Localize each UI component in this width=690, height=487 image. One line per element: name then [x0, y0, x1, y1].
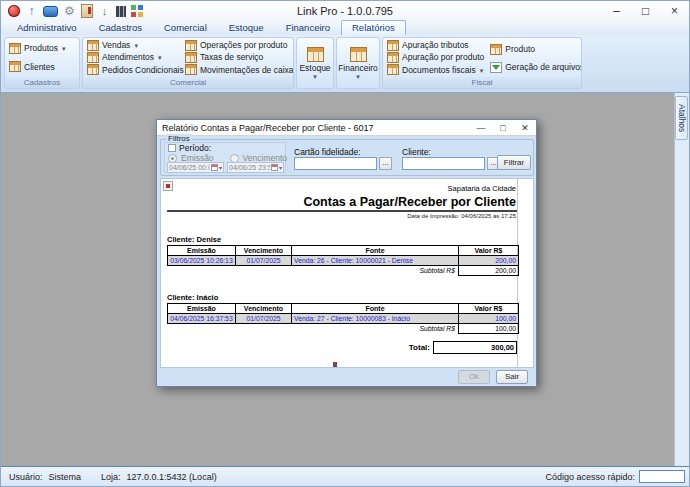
card-fidelity-browse-button[interactable]: ...	[379, 157, 392, 170]
table-icon	[185, 40, 197, 51]
atalhos-side-tab[interactable]: Atalhos	[675, 96, 688, 140]
ribbon-item-pedidos-condicionais[interactable]: Pedidos Condicionais	[86, 64, 180, 76]
report-page: Sapataria da Cidade Contas a Pagar/Receb…	[167, 179, 518, 367]
dialog-button-bar: Ok Sair	[157, 367, 536, 386]
subtotal-row: Subtotal R$ 100,00	[168, 324, 519, 334]
ribbon-item-movimentacoes-de-caixa[interactable]: Movimentações de caixa	[184, 64, 293, 76]
store-label: Loja:	[101, 472, 121, 482]
col-header-valor: Valor R$	[459, 246, 519, 256]
table-icon	[490, 44, 502, 55]
tab-cadastros[interactable]: Cadastros	[88, 20, 153, 35]
report-viewer: Sapataria da Cidade Contas a Pagar/Receb…	[160, 178, 534, 368]
report-section-denise: Cliente: Denise Emissão Vencimento Fonte…	[167, 235, 517, 276]
dialog-controls: — □ ✕	[470, 120, 536, 135]
dialog-close-button[interactable]: ✕	[514, 120, 536, 135]
client-label: Cliente:	[402, 147, 431, 157]
table-icon	[87, 64, 99, 75]
date-from-picker[interactable]: 04/06/25 00:00 ▾	[167, 162, 224, 173]
ribbon-item-produtos[interactable]: Produtos	[8, 41, 76, 55]
dialog-minimize-button[interactable]: —	[470, 120, 492, 135]
ribbon-item-produto[interactable]: Produto	[489, 42, 581, 56]
ribbon-bigbutton-estoque[interactable]: Estoque ▾	[297, 38, 333, 88]
close-button[interactable]: ×	[660, 1, 689, 21]
period-checkbox[interactable]	[168, 144, 176, 152]
tab-relatorios[interactable]: Relatórios	[341, 20, 406, 35]
client-input[interactable]	[402, 157, 485, 170]
table-icon	[87, 40, 99, 51]
download-icon[interactable]	[98, 5, 111, 18]
ribbon-item-label: Apuração por produto	[402, 52, 484, 62]
status-bar: Usuário: Sistema Loja: 127.0.0.1:5432 (L…	[1, 466, 689, 486]
minimize-button[interactable]: –	[602, 1, 631, 21]
card-fidelity-input[interactable]	[294, 157, 377, 170]
exit-button[interactable]: Sair	[496, 370, 528, 384]
ribbon-item-apuracao-tributos[interactable]: Apuração tributos	[386, 39, 485, 51]
ribbon-item-vendas[interactable]: Vendas	[86, 39, 180, 51]
cell-valor: 100,00	[459, 314, 519, 324]
tab-financeiro[interactable]: Financeiro	[275, 20, 341, 35]
quick-access-code-input[interactable]	[639, 470, 685, 483]
modules-icon[interactable]	[131, 5, 143, 17]
table-icon	[87, 52, 99, 63]
up-arrow-icon[interactable]	[25, 5, 38, 18]
exit-icon[interactable]	[81, 4, 93, 18]
subtotal-label: Subtotal R$	[168, 324, 459, 334]
date-to-picker[interactable]: 04/06/25 23:59 ▾	[227, 162, 284, 173]
col-header-fonte: Fonte	[292, 246, 459, 256]
store-value: 127.0.0.1:5432 (Local)	[127, 472, 217, 482]
table-icon	[9, 61, 21, 72]
ribbon-item-label: Operações por produto	[200, 40, 287, 50]
ribbon-item-atendimentos[interactable]: Atendimentos	[86, 51, 180, 63]
tab-estoque[interactable]: Estoque	[218, 20, 275, 35]
ribbon-item-label: Apuração tributos	[402, 40, 469, 50]
table-row: 04/06/2025 16:37:53 01/07/2025 Venda: 27…	[168, 314, 519, 324]
cell-emissao: 04/06/2025 16:37:53	[168, 314, 236, 324]
dialog-maximize-button[interactable]: □	[492, 120, 514, 135]
col-header-vencimento: Vencimento	[236, 304, 292, 314]
ribbon-item-taxas-de-servico[interactable]: Taxas de serviço	[184, 51, 293, 63]
tab-comercial[interactable]: Comercial	[153, 20, 218, 35]
chevron-down-icon	[133, 40, 138, 50]
ribbon-item-geracao-de-arquivos[interactable]: Geração de arquivos	[489, 60, 581, 74]
table-icon	[185, 64, 197, 75]
monitor-icon[interactable]	[43, 6, 58, 17]
ribbon-item-label: Geração de arquivos	[505, 62, 581, 72]
power-icon[interactable]	[8, 5, 20, 17]
chevron-down-icon	[157, 52, 162, 62]
ok-button[interactable]: Ok	[458, 370, 490, 384]
ribbon-item-label: Produtos	[24, 43, 58, 53]
maximize-button[interactable]: □	[631, 1, 660, 21]
calendar-icon	[211, 164, 218, 171]
table-header-row: Emissão Vencimento Fonte Valor R$	[168, 246, 519, 256]
col-header-fonte: Fonte	[292, 304, 459, 314]
title-bar: Link Pro - 1.0.0.795 – □ ×	[1, 1, 689, 21]
ribbon-item-apuracao-por-produto[interactable]: Apuração por produto	[386, 51, 485, 63]
ribbon-item-clientes[interactable]: Clientes	[8, 60, 76, 74]
total-value: 300,00	[433, 341, 517, 354]
quick-code-label: Código acesso rápido:	[545, 472, 635, 482]
table-header-row: Emissão Vencimento Fonte Valor R$	[168, 304, 519, 314]
col-header-valor: Valor R$	[459, 304, 519, 314]
filter-button[interactable]: Filtrar	[497, 155, 531, 170]
application-window: Link Pro - 1.0.0.795 – □ × Administrativ…	[0, 0, 690, 487]
columns-icon[interactable]	[116, 6, 126, 17]
period-label: Período:	[179, 143, 211, 153]
ribbon-tab-bar: Administrativo Cadastros Comercial Estoq…	[1, 21, 689, 35]
report-table: Emissão Vencimento Fonte Valor R$ 04/06/…	[167, 303, 519, 334]
gear-icon[interactable]	[63, 5, 76, 18]
subtotal-value: 100,00	[459, 324, 519, 334]
ribbon-item-label: Documentos fiscais	[402, 65, 476, 75]
file-export-icon	[490, 62, 502, 73]
chevron-down-icon: ▾	[356, 74, 360, 79]
side-panel-strip: Atalhos	[674, 93, 689, 466]
ribbon-item-documentos-fiscais[interactable]: Documentos fiscais	[386, 64, 485, 76]
ribbon-item-label: Vendas	[102, 40, 130, 50]
report-dialog: Relatório Contas a Pagar/Receber por Cli…	[156, 119, 537, 387]
ribbon-item-label: Produto	[505, 44, 535, 54]
subtotal-label: Subtotal R$	[168, 266, 459, 276]
ribbon-bigbutton-financeiro[interactable]: Financeiro ▾	[337, 38, 379, 88]
ribbon-item-operacoes-por-produto[interactable]: Operações por produto	[184, 39, 293, 51]
ribbon-item-label: Clientes	[24, 62, 55, 72]
tab-administrativo[interactable]: Administrativo	[6, 20, 88, 35]
ribbon-group-cadastros: Produtos Clientes Cadastros	[4, 37, 80, 89]
